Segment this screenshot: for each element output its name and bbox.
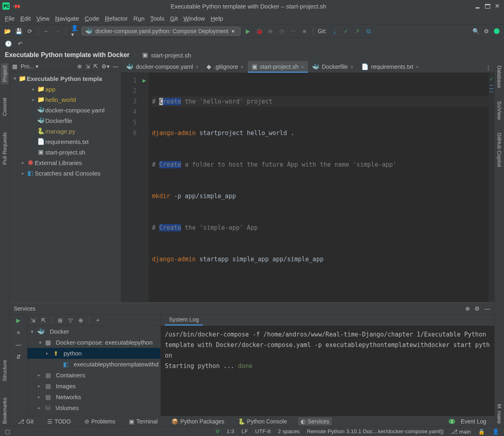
- tree-item[interactable]: ▣start-project.sh: [10, 147, 121, 157]
- btab-pyconsole[interactable]: 🐍Python Console: [236, 417, 289, 425]
- tool-tab-commit[interactable]: Commit: [1, 95, 8, 119]
- reload-icon[interactable]: ⟳: [27, 28, 33, 34]
- close-tab-icon[interactable]: ×: [196, 64, 199, 70]
- menu-tools[interactable]: Tools: [149, 14, 166, 23]
- btab-services[interactable]: ◐Services: [298, 417, 332, 425]
- tree-ext-libs[interactable]: ▸⬢External Libraries: [10, 157, 121, 168]
- tabs-more-icon[interactable]: ⋮: [482, 63, 494, 72]
- coverage-icon[interactable]: ⊕: [267, 28, 274, 34]
- breadcrumb-file[interactable]: start-project.sh: [151, 52, 191, 59]
- minimize-icon[interactable]: 🗕: [474, 3, 481, 10]
- status-tool-icon[interactable]: ▢: [5, 428, 10, 435]
- menu-run[interactable]: Run: [132, 14, 146, 23]
- tool-tab-bookmarks[interactable]: Bookmarks: [1, 395, 8, 426]
- close-icon[interactable]: ✕: [495, 2, 500, 10]
- status-lock-icon[interactable]: 🔒: [478, 428, 485, 435]
- tree-item[interactable]: 📄requirements.txt: [10, 136, 121, 147]
- editor-tab[interactable]: 🐳docker-compose.yaml×: [122, 61, 202, 72]
- git-commit-icon[interactable]: ✓: [343, 28, 349, 34]
- git-update-icon[interactable]: ⭭: [331, 28, 338, 34]
- tree-item[interactable]: ▸📁hello_world: [10, 94, 121, 105]
- svc-row[interactable]: ▸▦ Networks: [27, 392, 160, 402]
- run-icon[interactable]: ▶: [245, 28, 251, 34]
- stop-icon[interactable]: ■: [17, 329, 20, 336]
- status-person-icon[interactable]: 👤: [492, 428, 499, 435]
- search-icon[interactable]: 🔍: [472, 28, 479, 34]
- btab-terminal[interactable]: ▣Terminal: [127, 417, 160, 425]
- btab-git[interactable]: ⎇Git: [15, 417, 36, 425]
- tree-root[interactable]: ▼📁 Executable Python templa: [10, 73, 121, 84]
- editor-tab-active[interactable]: ▣start-project.sh×: [248, 61, 308, 72]
- filter-icon[interactable]: ▽: [68, 317, 73, 324]
- user-icon[interactable]: 👤▾: [71, 28, 78, 34]
- tool-tab-pullrequests[interactable]: Pull Requests: [1, 130, 8, 167]
- tree-item[interactable]: 🐍manage.py: [10, 126, 121, 136]
- save-icon[interactable]: 💾: [15, 28, 22, 34]
- gear-icon[interactable]: ⚙▾: [101, 63, 110, 70]
- svc-row[interactable]: ▸⛁ Volumes: [27, 402, 160, 413]
- pin-icon[interactable]: 📌: [12, 1, 21, 11]
- log-body[interactable]: /usr/bin/docker-compose -f /home/andros/…: [161, 326, 494, 416]
- maximize-icon[interactable]: 🗖: [485, 3, 491, 10]
- editor-tab[interactable]: ◆.gitignore×: [202, 61, 247, 72]
- svc-row-selected[interactable]: ▸⬆ python: [27, 348, 160, 359]
- svc-row[interactable]: ▸▦ Images: [27, 381, 160, 392]
- status-v-icon[interactable]: V: [216, 428, 219, 434]
- status-interpreter[interactable]: Remote Python 3.10.1 Doc…ker/docker-comp…: [307, 428, 444, 434]
- menu-code[interactable]: Code: [83, 14, 101, 23]
- btab-pypackages[interactable]: 📦Python Packages: [169, 417, 227, 425]
- settings-icon[interactable]: ⚙: [483, 28, 489, 34]
- tree-item[interactable]: 🐳docker-compose.yaml: [10, 105, 121, 115]
- space-icon[interactable]: [493, 28, 500, 34]
- menu-file[interactable]: File: [3, 14, 16, 23]
- editor-surface[interactable]: 1 2 3 4 5 6 ▶ # Create the 'hello-word' …: [121, 73, 494, 302]
- breadcrumb-project[interactable]: Executable Python template with Docker: [5, 51, 130, 59]
- git-push-icon[interactable]: ⭷: [354, 28, 361, 34]
- close-tab-icon[interactable]: ×: [240, 64, 244, 70]
- status-cursor[interactable]: 1:3: [227, 428, 234, 434]
- svc-row[interactable]: ▼▦ Docker-compose: executablepython: [27, 337, 160, 348]
- code-area[interactable]: # Create the 'hello-word' project django…: [149, 73, 489, 302]
- forward-icon[interactable]: →: [55, 28, 61, 34]
- services-tree[interactable]: ▼🐳 Docker ▼▦ Docker-compose: executablep…: [27, 326, 160, 416]
- menu-help[interactable]: Help: [209, 14, 225, 23]
- groupby-icon[interactable]: ⊞: [58, 317, 63, 324]
- attach-icon[interactable]: ⋯: [290, 28, 296, 34]
- filter-icon[interactable]: ⇵: [16, 353, 21, 360]
- tool-tab-copilot[interactable]: GitHub Copilot: [496, 130, 503, 169]
- run-line-icon[interactable]: ▶: [140, 75, 149, 86]
- collapseall-icon[interactable]: ⇱: [41, 317, 46, 324]
- menu-window[interactable]: Window: [182, 14, 207, 23]
- run-config-selector[interactable]: 🐳 docker-compose.yaml.python: Compose De…: [82, 27, 240, 36]
- tree-item[interactable]: ▸📁app: [10, 84, 121, 94]
- svc-row[interactable]: ◧ executablepythontemplatewithd: [27, 359, 160, 370]
- gear-icon[interactable]: ⚙: [474, 305, 480, 312]
- menu-refactor[interactable]: Refactor: [103, 14, 129, 23]
- stop-icon[interactable]: ■: [301, 28, 308, 34]
- recent-icon[interactable]: 🕑: [5, 40, 11, 47]
- tool-tab-sciview[interactable]: SciView: [496, 99, 503, 122]
- log-tab-system[interactable]: System Log: [165, 315, 203, 326]
- expand-icon[interactable]: ⇲: [85, 63, 90, 70]
- locate-icon[interactable]: ⊕: [77, 63, 82, 70]
- hide-icon[interactable]: —: [485, 305, 490, 312]
- add-icon[interactable]: ⊕: [465, 305, 470, 312]
- undo-icon[interactable]: ↶: [17, 40, 23, 47]
- add-icon[interactable]: ⊕: [78, 317, 83, 324]
- menu-git[interactable]: Git: [169, 14, 179, 23]
- editor-tab[interactable]: 📄requirements.txt×: [357, 61, 423, 72]
- menu-edit[interactable]: Edit: [19, 14, 32, 23]
- project-panel-title[interactable]: Pro... ▾: [21, 63, 38, 70]
- tool-tab-make[interactable]: Mmake: [496, 402, 503, 426]
- expandall-icon[interactable]: ⇲: [31, 317, 36, 324]
- svc-row[interactable]: ▼🐳 Docker: [27, 326, 160, 337]
- editor-tab[interactable]: 🐳Dockerfile×: [308, 61, 357, 72]
- run-icon[interactable]: ▶: [16, 317, 21, 324]
- plus-icon[interactable]: ＋: [95, 317, 101, 324]
- tool-tab-project[interactable]: Project: [1, 63, 8, 84]
- status-encoding[interactable]: UTF-8: [255, 428, 270, 434]
- tree-item[interactable]: 🐳Dockerfile: [10, 115, 121, 126]
- git-history-icon[interactable]: ⧉: [365, 28, 372, 34]
- close-tab-icon[interactable]: ×: [415, 64, 419, 70]
- menu-view[interactable]: View: [35, 14, 51, 23]
